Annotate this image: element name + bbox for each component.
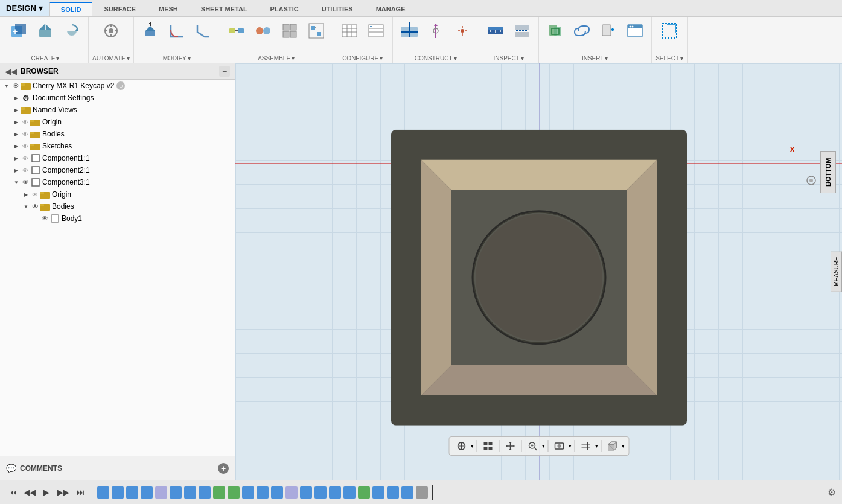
vt-display-arrow[interactable]: ▾ (569, 443, 572, 449)
browser-collapse-btn[interactable]: − (219, 66, 230, 77)
tl-step-2[interactable] (112, 486, 124, 499)
create-label[interactable]: CREATE ▾ (31, 55, 60, 62)
component1-eye-icon[interactable]: 👁 (21, 153, 30, 163)
pb-step-back-btn[interactable]: ◀◀ (23, 486, 36, 499)
vt-grid-btn[interactable] (577, 439, 594, 453)
tab-surface[interactable]: SURFACE (92, 2, 147, 16)
configure-rules-btn[interactable] (363, 19, 389, 42)
construct-plane-btn[interactable] (397, 19, 422, 42)
create-revolve-btn[interactable] (59, 19, 85, 42)
vt-home-arrow[interactable]: ▾ (471, 443, 474, 449)
sketches-arrow[interactable] (12, 142, 21, 150)
add-comment-btn[interactable]: + (218, 463, 229, 474)
assemble-rigid-btn[interactable] (277, 19, 302, 42)
c3-origin-arrow[interactable] (22, 190, 30, 199)
insert-label[interactable]: INSERT ▾ (582, 55, 608, 62)
tree-item-origin[interactable]: 👁 Origin (0, 116, 235, 128)
tl-step-18[interactable] (343, 486, 356, 499)
root-expand-arrow[interactable] (2, 81, 11, 90)
tl-step-19[interactable] (358, 486, 370, 499)
insert-link-btn[interactable] (569, 19, 595, 42)
tl-step-1[interactable] (97, 486, 109, 499)
sketches-eye-icon[interactable]: 👁 (21, 141, 30, 151)
tree-item-c3-bodies[interactable]: 👁 Bodies (0, 200, 235, 212)
tree-item-component2[interactable]: 👁 Component2:1 (0, 164, 235, 176)
vt-home-btn[interactable] (453, 439, 470, 453)
construct-point-btn[interactable] (450, 19, 475, 42)
modify-chamfer-btn[interactable] (191, 19, 216, 42)
origin-eye-icon[interactable]: 👁 (21, 117, 30, 127)
tl-step-14[interactable] (285, 486, 298, 499)
assemble-label[interactable]: ASSEMBLE ▾ (258, 55, 295, 62)
tl-step-8[interactable] (199, 486, 211, 499)
named-views-arrow[interactable] (12, 106, 21, 114)
component2-arrow[interactable] (12, 166, 21, 174)
tl-step-6[interactable] (170, 486, 182, 499)
tl-step-4[interactable] (141, 486, 153, 499)
component1-arrow[interactable] (12, 154, 21, 162)
pb-step-fwd-btn[interactable]: ▶▶ (57, 486, 70, 499)
assemble-motion-btn[interactable] (304, 19, 329, 42)
tree-item-body1[interactable]: 👁 Body1 (0, 212, 235, 225)
assemble-joint-btn[interactable] (224, 19, 249, 42)
select-label[interactable]: SELECT ▾ (655, 55, 683, 62)
vt-viewcube-btn[interactable] (604, 439, 620, 453)
tl-step-3[interactable] (126, 486, 138, 499)
component3-eye-icon[interactable]: 👁 (21, 177, 30, 187)
vt-zoom-arrow[interactable]: ▾ (542, 443, 545, 449)
tl-step-22[interactable] (401, 486, 413, 499)
select-btn[interactable] (657, 19, 682, 42)
pb-play-btn[interactable]: ▶ (40, 486, 53, 499)
tl-step-5[interactable] (155, 486, 167, 499)
inspect-section-btn[interactable] (509, 19, 535, 42)
tl-step-9[interactable] (213, 486, 225, 499)
create-new-body-btn[interactable]: + (6, 19, 31, 42)
nav-back-btn[interactable]: ◀◀ (5, 67, 17, 76)
component2-eye-icon[interactable]: 👁 (21, 165, 30, 175)
c3-origin-eye-icon[interactable]: 👁 (30, 190, 40, 199)
tab-sheet-metal[interactable]: SHEET METAL (190, 2, 259, 16)
construct-label[interactable]: CONSTRUCT ▾ (415, 55, 457, 62)
origin-arrow[interactable] (12, 118, 21, 126)
tab-manage[interactable]: MANAGE (365, 2, 417, 16)
modify-fillet-btn[interactable] (164, 19, 190, 42)
automate-label[interactable]: AUTOMATE ▾ (92, 55, 130, 62)
vt-grid-arrow[interactable]: ▾ (595, 443, 598, 449)
tl-step-10[interactable] (228, 486, 240, 499)
modify-label[interactable]: MODIFY ▾ (163, 55, 191, 62)
tree-item-c3-origin[interactable]: 👁 Origin (0, 188, 235, 200)
tab-utilities[interactable]: UTILITIES (310, 2, 365, 16)
configure-label[interactable]: CONFIGURE ▾ (342, 55, 383, 62)
inspect-measure-btn[interactable] (483, 19, 508, 42)
vt-pan-btn[interactable] (502, 439, 518, 453)
design-button[interactable]: DESIGN ▾ (0, 0, 49, 16)
automate-btn[interactable] (98, 19, 124, 42)
vt-display-btn[interactable] (550, 439, 567, 453)
bodies-arrow[interactable] (12, 130, 21, 138)
vt-viewcube-arrow[interactable]: ▾ (622, 443, 625, 449)
insert-derive-btn[interactable] (543, 19, 568, 42)
tl-step-21[interactable] (387, 486, 399, 499)
tree-item-component1[interactable]: 👁 Component1:1 (0, 152, 235, 164)
viewport-area[interactable]: X BOTTOM (235, 63, 842, 480)
inspect-label[interactable]: INSPECT ▾ (493, 55, 523, 62)
tl-step-11[interactable] (242, 486, 254, 499)
c3-bodies-eye-icon[interactable]: 👁 (30, 202, 40, 211)
tl-step-23[interactable] (416, 486, 428, 499)
insert-canvas-btn[interactable] (622, 19, 648, 42)
viewport-gizmo[interactable] (806, 175, 817, 186)
bodies-eye-icon[interactable]: 👁 (21, 129, 30, 139)
pb-rewind-btn[interactable]: ⏮ (6, 486, 19, 499)
tl-step-16[interactable] (314, 486, 327, 499)
pb-fast-fwd-btn[interactable]: ⏭ (74, 486, 87, 499)
tree-item-named-views[interactable]: Named Views (0, 104, 235, 116)
tl-step-12[interactable] (257, 486, 269, 499)
tl-step-20[interactable] (372, 486, 384, 499)
vt-zoom-btn[interactable] (524, 439, 541, 453)
measure-tab[interactable]: MEASURE (831, 251, 842, 292)
configure-table-btn[interactable] (337, 19, 362, 42)
assemble-asbuilt-btn[interactable] (250, 19, 276, 42)
tl-step-15[interactable] (300, 486, 312, 499)
root-eye-icon[interactable]: 👁 (11, 81, 21, 91)
tab-mesh[interactable]: MESH (147, 2, 190, 16)
